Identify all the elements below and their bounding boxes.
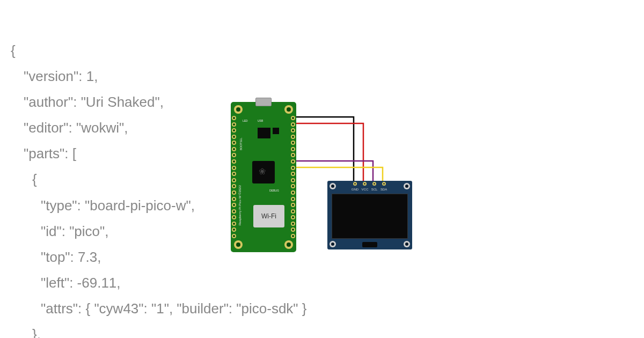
board-name-label: Raspberry Pi Pico W ©2022 [238,185,241,225]
mounting-hole [330,183,336,189]
wifi-label: Wi-Fi [261,212,276,220]
mounting-hole [284,240,293,249]
pin-label-sda: SDA [380,188,387,191]
oled-pin-header [350,182,389,187]
code-line: "version": 1, [11,63,307,89]
code-line: { [11,38,307,63]
chip-icon [362,242,377,247]
mounting-hole [284,105,293,114]
usb-connector [255,98,272,106]
board-pi-pico-w[interactable]: Wi-Fi LED USB BOOTSEL DEBUG Raspberry Pi… [231,102,296,252]
debug-label: DEBUG [269,189,279,192]
code-line: "left": -69.11, [11,270,307,296]
chip-icon [258,128,270,138]
code-line: }, [11,321,307,338]
mounting-hole [404,241,410,247]
oled-pin-labels: GND VCC SCL SDA [350,188,389,191]
pin-gnd [353,182,357,186]
led-label: LED [243,119,248,122]
pin-sda [382,182,386,186]
usb-label: USB [258,119,263,122]
pin-label-scl: SCL [371,188,378,191]
pin-header-left [232,116,236,238]
chip-icon [273,128,279,134]
pin-header-right [291,116,295,238]
pin-scl [372,182,376,186]
code-line: "attrs": { "cyw43": "1", "builder": "pic… [11,296,307,321]
mounting-hole [234,105,243,114]
pin-label-vcc: VCC [362,188,369,191]
oled-screen [332,194,408,239]
board-ssd1306-oled[interactable]: GND VCC SCL SDA [327,181,412,249]
bootsel-label: BOOTSEL [239,137,243,150]
rp2040-chip-icon [252,161,275,183]
mounting-hole [330,241,336,247]
mounting-hole [404,183,410,189]
circuit-diagram[interactable]: Wi-Fi LED USB BOOTSEL DEBUG Raspberry Pi… [231,91,499,274]
mounting-hole [234,240,243,249]
pin-label-gnd: GND [352,188,358,191]
pin-vcc [363,182,367,186]
wifi-module: Wi-Fi [253,205,284,227]
